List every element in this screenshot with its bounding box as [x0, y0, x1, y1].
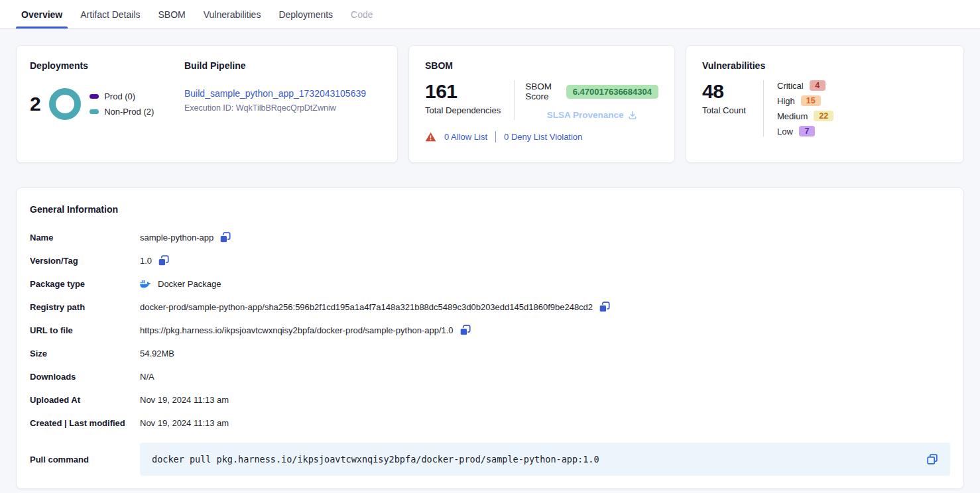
severity-medium-count-badge: 22	[814, 111, 833, 121]
deployments-total-count: 2	[30, 93, 40, 115]
copy-version-button[interactable]	[158, 255, 169, 266]
legend-item-prod: Prod (0)	[90, 91, 154, 101]
row-package-type-label: Package type	[30, 279, 140, 289]
vulnerabilities-card-title: Vulnerabilities	[702, 60, 948, 71]
deny-list-violation-link[interactable]: 0 Deny List Violation	[504, 132, 582, 142]
non-prod-legend-label: Non-Prod (2)	[104, 107, 154, 117]
row-url-to-file: URL to file https://pkg.harness.io/ikpsj…	[30, 319, 950, 342]
copy-icon	[599, 301, 610, 313]
sbom-score-badge: 6.470017636684304	[566, 85, 658, 99]
warning-triangle-icon	[425, 132, 436, 142]
download-icon	[628, 111, 637, 120]
severity-medium-label: Medium	[777, 111, 808, 121]
sbom-policy-links: 0 Allow List 0 Deny List Violation	[425, 131, 658, 142]
tab-deployments-label: Deployments	[278, 9, 333, 20]
copy-registry-path-button[interactable]	[599, 301, 610, 313]
row-pull-command: Pull command docker pull pkg.harness.io/…	[30, 443, 950, 476]
build-pipeline-link[interactable]: Build_sample_python_app_1732043105639	[184, 88, 384, 99]
vulnerabilities-total-label: Total Count	[702, 105, 763, 115]
sbom-card-title: SBOM	[425, 60, 658, 71]
copy-url-button[interactable]	[459, 325, 471, 336]
severity-list: Critical 4 High 15 Medium 22 Low 7	[777, 80, 833, 137]
deployments-donut-chart	[49, 88, 81, 120]
severity-row-high: High 15	[777, 95, 833, 106]
row-registry-path: Registry path docker-prod/sample-python-…	[30, 296, 950, 319]
non-prod-legend-marker	[90, 109, 99, 114]
row-uploaded-at-label: Uploaded At	[30, 395, 140, 405]
tab-vulnerabilities[interactable]: Vulnerabilities	[204, 0, 261, 28]
tab-overview[interactable]: Overview	[21, 0, 62, 28]
row-uploaded-at: Uploaded At Nov 19, 2024 11:13 am	[30, 388, 950, 411]
build-pipeline-title: Build Pipeline	[184, 60, 384, 71]
sbom-total-block: 161 Total Dependencies	[425, 80, 515, 120]
tab-sbom[interactable]: SBOM	[158, 0, 186, 28]
general-information-title: General Information	[30, 204, 950, 215]
pull-command-box: docker pull pkg.harness.io/ikpsjoavtcwxn…	[140, 443, 950, 476]
row-created-modified: Created | Last modified Nov 19, 2024 11:…	[30, 411, 950, 435]
row-package-type: Package type Docker Package	[30, 272, 950, 296]
tab-sbom-label: SBOM	[158, 9, 186, 20]
severity-row-critical: Critical 4	[777, 80, 833, 91]
severity-row-low: Low 7	[777, 126, 833, 137]
copy-icon	[219, 232, 231, 243]
sbom-score-label: SBOM Score	[525, 82, 560, 101]
registry-path-value: docker-prod/sample-python-app/sha256:596…	[140, 302, 593, 312]
size-value: 54.92MB	[140, 349, 174, 358]
severity-high-label: High	[777, 96, 795, 106]
severity-high-count-badge: 15	[801, 95, 821, 106]
version-tag-value: 1.0	[140, 256, 152, 266]
sbom-card: SBOM 161 Total Dependencies SBOM Score 6…	[408, 45, 675, 163]
tab-overview-label: Overview	[21, 9, 62, 20]
prod-legend-marker	[90, 94, 99, 99]
row-version-tag: Version/Tag 1.0	[30, 249, 950, 272]
row-downloads: Downloads N/A	[30, 365, 950, 388]
tab-artifact-details-label: Artifact Details	[80, 9, 140, 20]
vulnerabilities-total-count: 48	[702, 80, 763, 103]
row-downloads-label: Downloads	[30, 372, 140, 382]
deployments-card-title: Deployments	[30, 60, 184, 71]
row-size-label: Size	[30, 349, 140, 358]
row-url-to-file-label: URL to file	[30, 325, 140, 335]
sbom-total-count: 161	[425, 80, 501, 103]
copy-outline-icon	[926, 453, 938, 465]
slsa-provenance-link[interactable]: SLSA Provenance	[547, 110, 637, 120]
summary-cards-row: Deployments 2 Prod (0) Non-Prod (2)	[16, 45, 964, 163]
vulnerabilities-total-block: 48 Total Count	[702, 80, 763, 137]
row-created-modified-label: Created | Last modified	[30, 418, 140, 428]
severity-low-count-badge: 7	[799, 126, 815, 137]
row-version-tag-label: Version/Tag	[30, 256, 140, 266]
tab-vulnerabilities-label: Vulnerabilities	[204, 9, 261, 20]
downloads-value: N/A	[140, 372, 154, 382]
row-pull-command-label: Pull command	[30, 455, 140, 465]
sbom-links-divider	[495, 131, 496, 142]
created-modified-value: Nov 19, 2024 11:13 am	[140, 418, 229, 428]
deployments-legend: Prod (0) Non-Prod (2)	[90, 91, 154, 117]
severity-row-medium: Medium 22	[777, 111, 833, 121]
allow-list-link[interactable]: 0 Allow List	[444, 132, 487, 142]
sbom-score-block: SBOM Score 6.470017636684304 SLSA Proven…	[515, 80, 658, 120]
vulnerabilities-card: Vulnerabilities 48 Total Count Critical …	[686, 45, 964, 163]
copy-pull-command-button[interactable]	[926, 453, 938, 465]
severity-low-label: Low	[777, 127, 793, 137]
row-name-label: Name	[30, 233, 140, 243]
severity-critical-label: Critical	[777, 81, 804, 91]
deployments-section: Deployments 2 Prod (0) Non-Prod (2)	[30, 60, 184, 148]
deployments-card: Deployments 2 Prod (0) Non-Prod (2)	[16, 45, 398, 163]
artifact-overview-page: Overview Artifact Details SBOM Vulnerabi…	[0, 0, 980, 493]
vulnerabilities-divider	[763, 80, 764, 137]
copy-name-button[interactable]	[219, 232, 231, 243]
build-pipeline-section: Build Pipeline Build_sample_python_app_1…	[184, 60, 384, 148]
tab-artifact-details[interactable]: Artifact Details	[80, 0, 140, 28]
row-size: Size 54.92MB	[30, 342, 950, 365]
url-to-file-value: https://pkg.harness.io/ikpsjoavtcwxnqisy…	[140, 325, 454, 335]
legend-item-non-prod: Non-Prod (2)	[90, 107, 154, 117]
docker-whale-icon	[140, 280, 151, 288]
tab-code: Code	[351, 0, 373, 28]
package-type-value: Docker Package	[158, 279, 221, 289]
copy-icon	[459, 325, 471, 336]
uploaded-at-value: Nov 19, 2024 11:13 am	[140, 395, 229, 405]
severity-critical-count-badge: 4	[810, 80, 826, 91]
tab-deployments[interactable]: Deployments	[278, 0, 333, 28]
slsa-provenance-label: SLSA Provenance	[547, 110, 624, 120]
row-name: Name sample-python-app	[30, 226, 950, 249]
